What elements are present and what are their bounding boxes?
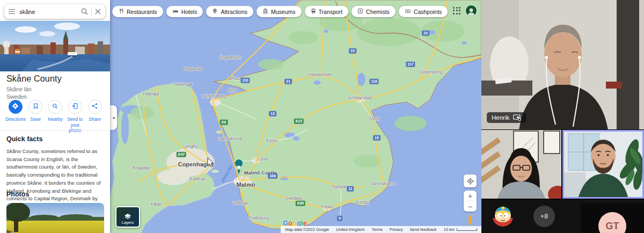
zoom-out-button[interactable]: −: [464, 201, 477, 212]
chip-transport[interactable]: Transport: [305, 6, 349, 17]
restaurants-icon: [118, 8, 124, 15]
attribution-link[interactable]: Terms: [372, 227, 383, 232]
overflow-count-badge[interactable]: +8: [533, 206, 555, 227]
participant-tile-gt[interactable]: GT: [581, 203, 644, 233]
map-data-credit: Map data ©2022 Google: [285, 227, 329, 232]
share-button[interactable]: Share: [85, 100, 105, 134]
photo-thumbnail[interactable]: Photos: [6, 203, 104, 233]
save-button[interactable]: Save: [26, 100, 46, 134]
page-title: Skåne County: [6, 74, 62, 84]
participant-name-tag: Henrik: [487, 112, 526, 123]
attribution-link[interactable]: Send feedback: [410, 227, 437, 232]
send-to-phone-icon: [71, 102, 78, 112]
participant-tile-henrik[interactable]: Henrik: [481, 0, 644, 129]
participant-2-video-graphic: [481, 130, 561, 199]
place-header: Skåne County Skåne län Sweden: [6, 74, 62, 100]
menu-icon[interactable]: [9, 9, 15, 14]
participant-tile-2[interactable]: [481, 130, 561, 199]
attractions-icon: [212, 8, 218, 15]
my-location-button[interactable]: [464, 174, 477, 187]
map-attribution-bar: Map data ©2022 GoogleUnited KingdomTerms…: [281, 226, 481, 233]
field-photo-graphic: [6, 203, 104, 233]
tile-row: [481, 130, 644, 199]
harbor-photo-graphic: [0, 21, 110, 71]
category-chips-bar: RestaurantsHotelsAttractionsMuseumsTrans…: [112, 6, 448, 17]
participant-tile-3-active-speaker[interactable]: [562, 130, 644, 199]
zoom-in-button[interactable]: +: [464, 191, 477, 201]
place-subtitle: Skåne län: [6, 86, 62, 92]
map-scale: 10 km: [444, 227, 477, 232]
search-bar[interactable]: skåne: [4, 4, 105, 19]
directions-icon: [11, 102, 19, 112]
attribution-link[interactable]: Privacy: [390, 227, 403, 232]
video-call-panel: Henrik: [481, 0, 644, 233]
chip-chemists[interactable]: Chemists: [352, 6, 396, 17]
mouse-cursor: [207, 157, 214, 168]
nearby-button[interactable]: Nearby: [46, 100, 65, 134]
share-icon: [91, 102, 98, 112]
person-icon: [466, 8, 476, 16]
nearby-icon: [52, 102, 58, 112]
attribution-links: Map data ©2022 GoogleUnited KingdomTerms…: [285, 227, 436, 232]
place-actions: DirectionsSaveNearbySend to your phoneSh…: [0, 100, 110, 134]
pegman-icon[interactable]: [467, 215, 473, 225]
quick-facts-heading: Quick facts: [6, 135, 104, 143]
chemists-icon: [357, 8, 363, 15]
participant-avatar-cartoon[interactable]: [493, 206, 513, 227]
bookmark-icon: [32, 102, 39, 112]
chip-cashpoints[interactable]: Cashpoints: [399, 6, 448, 17]
screen: skåne: [0, 0, 644, 233]
photos-section: Photos Photos: [6, 191, 104, 233]
place-country: Sweden: [6, 93, 62, 100]
sidebar-collapse-button[interactable]: ◂: [110, 105, 117, 130]
divider: [0, 130, 110, 131]
museums-icon: [262, 8, 268, 15]
directions-button[interactable]: Directions: [5, 100, 26, 134]
scale-bar: [457, 228, 477, 231]
layers-button[interactable]: Layers: [115, 206, 140, 228]
send-to-your-phone-button[interactable]: Send to your phone: [65, 100, 85, 134]
search-icon[interactable]: [81, 8, 88, 15]
chip-attractions[interactable]: Attractions: [206, 6, 253, 17]
chip-restaurants[interactable]: Restaurants: [112, 6, 163, 17]
close-icon[interactable]: [95, 9, 101, 14]
maps-sidebar: skåne: [0, 0, 110, 233]
account-avatar[interactable]: [465, 5, 477, 17]
avatar-initials: GT: [598, 212, 626, 233]
henrik-video-graphic: [481, 0, 644, 129]
map-area: CopenhagenMalmöLundHelsingborgLandskrona…: [110, 0, 481, 233]
transport-icon: [311, 8, 316, 15]
participants-strip: +8 GT: [481, 200, 644, 233]
divider: [91, 8, 92, 16]
hotels-icon: [172, 8, 179, 15]
map-canvas[interactable]: [110, 0, 481, 233]
chip-museums[interactable]: Museums: [257, 6, 302, 17]
layers-icon: [125, 214, 131, 219]
search-input[interactable]: skåne: [19, 9, 77, 15]
cartoon-avatar-graphic: [493, 206, 513, 227]
place-photo[interactable]: [0, 21, 110, 71]
participant-name: Henrik: [492, 114, 509, 121]
presenting-icon: [513, 114, 521, 121]
attribution-link[interactable]: United Kingdom: [336, 227, 364, 232]
participant-3-video-graphic: [564, 132, 642, 197]
chip-hotels[interactable]: Hotels: [166, 6, 203, 17]
cashpoints-icon: [405, 9, 411, 15]
photos-heading: Photos: [6, 191, 104, 198]
my-location-icon: [467, 178, 474, 185]
google-apps-icon[interactable]: [453, 7, 461, 15]
zoom-control: + −: [464, 191, 477, 212]
